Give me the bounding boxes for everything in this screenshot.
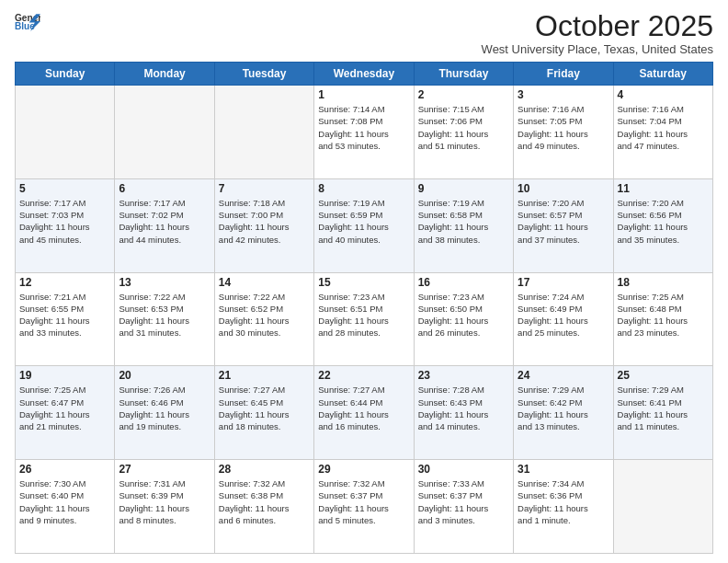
daylight-hours: Daylight: 11 hours bbox=[418, 222, 489, 232]
day-number: 28 bbox=[219, 463, 310, 476]
calendar-cell: 10Sunrise: 7:20 AMSunset: 6:57 PMDayligh… bbox=[514, 178, 613, 272]
calendar-cell: 2Sunrise: 7:15 AMSunset: 7:06 PMDaylight… bbox=[414, 86, 513, 179]
calendar-cell: 8Sunrise: 7:19 AMSunset: 6:59 PMDaylight… bbox=[314, 178, 414, 272]
calendar-cell: 18Sunrise: 7:25 AMSunset: 6:48 PMDayligh… bbox=[613, 272, 712, 366]
logo: General Blue bbox=[15, 11, 40, 31]
day-number: 21 bbox=[219, 369, 310, 382]
day-info: Sunrise: 7:19 AMSunset: 6:58 PMDaylight:… bbox=[418, 197, 509, 246]
daylight-hours: Daylight: 11 hours bbox=[618, 316, 688, 326]
day-number: 14 bbox=[219, 276, 310, 289]
daylight-hours: Daylight: 11 hours bbox=[219, 316, 290, 326]
calendar-cell: 27Sunrise: 7:31 AMSunset: 6:39 PMDayligh… bbox=[115, 460, 214, 554]
title-block: October 2025 West University Place, Texa… bbox=[482, 11, 713, 56]
calendar-cell: 3Sunrise: 7:16 AMSunset: 7:05 PMDaylight… bbox=[514, 86, 613, 179]
calendar-cell: 20Sunrise: 7:26 AMSunset: 6:46 PMDayligh… bbox=[115, 366, 214, 460]
calendar-cell: 25Sunrise: 7:29 AMSunset: 6:41 PMDayligh… bbox=[613, 366, 712, 460]
day-info: Sunrise: 7:24 AMSunset: 6:49 PMDaylight:… bbox=[518, 291, 609, 339]
day-number: 6 bbox=[119, 182, 210, 195]
calendar-cell bbox=[16, 86, 115, 179]
day-number: 9 bbox=[418, 182, 509, 195]
day-number: 24 bbox=[518, 369, 609, 382]
day-number: 27 bbox=[119, 463, 210, 476]
calendar-week-row: 26Sunrise: 7:30 AMSunset: 6:40 PMDayligh… bbox=[16, 460, 713, 554]
day-info: Sunrise: 7:17 AMSunset: 7:02 PMDaylight:… bbox=[119, 197, 210, 246]
day-number: 1 bbox=[318, 88, 409, 101]
calendar-week-row: 12Sunrise: 7:21 AMSunset: 6:55 PMDayligh… bbox=[16, 272, 713, 366]
daylight-hours: Daylight: 11 hours bbox=[418, 129, 489, 139]
calendar-cell: 1Sunrise: 7:14 AMSunset: 7:08 PMDaylight… bbox=[314, 86, 414, 179]
day-info: Sunrise: 7:22 AMSunset: 6:52 PMDaylight:… bbox=[219, 291, 310, 339]
daylight-hours: Daylight: 11 hours bbox=[19, 503, 90, 513]
daylight-hours: Daylight: 11 hours bbox=[119, 409, 189, 419]
day-number: 29 bbox=[318, 463, 409, 476]
day-info: Sunrise: 7:19 AMSunset: 6:59 PMDaylight:… bbox=[318, 197, 409, 246]
month-title: October 2025 bbox=[482, 11, 713, 40]
day-number: 4 bbox=[618, 88, 709, 101]
day-number: 11 bbox=[618, 182, 709, 195]
day-number: 10 bbox=[518, 182, 609, 195]
day-info: Sunrise: 7:16 AMSunset: 7:04 PMDaylight:… bbox=[618, 103, 709, 152]
calendar-cell: 12Sunrise: 7:21 AMSunset: 6:55 PMDayligh… bbox=[16, 272, 115, 366]
calendar-header-row: SundayMondayTuesdayWednesdayThursdayFrid… bbox=[16, 63, 713, 86]
day-number: 5 bbox=[19, 182, 110, 195]
calendar-cell bbox=[115, 86, 214, 179]
day-info: Sunrise: 7:14 AMSunset: 7:08 PMDaylight:… bbox=[318, 103, 409, 152]
calendar-cell: 15Sunrise: 7:23 AMSunset: 6:51 PMDayligh… bbox=[314, 272, 414, 366]
daylight-hours: Daylight: 11 hours bbox=[318, 409, 389, 419]
calendar-cell: 13Sunrise: 7:22 AMSunset: 6:53 PMDayligh… bbox=[115, 272, 214, 366]
daylight-hours: Daylight: 11 hours bbox=[518, 316, 588, 326]
day-info: Sunrise: 7:25 AMSunset: 6:47 PMDaylight:… bbox=[19, 384, 110, 432]
day-number: 20 bbox=[119, 369, 210, 382]
day-info: Sunrise: 7:34 AMSunset: 6:36 PMDaylight:… bbox=[518, 477, 609, 526]
daylight-hours: Daylight: 11 hours bbox=[518, 503, 588, 513]
daylight-hours: Daylight: 11 hours bbox=[518, 222, 588, 232]
calendar-cell: 6Sunrise: 7:17 AMSunset: 7:02 PMDaylight… bbox=[115, 178, 214, 272]
day-number: 30 bbox=[418, 463, 509, 476]
day-number: 26 bbox=[19, 463, 110, 476]
day-info: Sunrise: 7:18 AMSunset: 7:00 PMDaylight:… bbox=[219, 197, 310, 246]
day-number: 13 bbox=[119, 276, 210, 289]
calendar-cell: 9Sunrise: 7:19 AMSunset: 6:58 PMDaylight… bbox=[414, 178, 513, 272]
daylight-hours: Daylight: 11 hours bbox=[119, 222, 189, 232]
day-number: 22 bbox=[318, 369, 409, 382]
day-info: Sunrise: 7:20 AMSunset: 6:57 PMDaylight:… bbox=[518, 197, 609, 246]
calendar-cell: 7Sunrise: 7:18 AMSunset: 7:00 PMDaylight… bbox=[214, 178, 313, 272]
daylight-hours: Daylight: 11 hours bbox=[219, 503, 290, 513]
calendar-cell: 31Sunrise: 7:34 AMSunset: 6:36 PMDayligh… bbox=[514, 460, 613, 554]
day-header-thursday: Thursday bbox=[414, 63, 513, 86]
day-info: Sunrise: 7:26 AMSunset: 6:46 PMDaylight:… bbox=[119, 384, 210, 432]
day-info: Sunrise: 7:27 AMSunset: 6:45 PMDaylight:… bbox=[219, 384, 310, 432]
calendar-cell: 21Sunrise: 7:27 AMSunset: 6:45 PMDayligh… bbox=[214, 366, 313, 460]
calendar-table: SundayMondayTuesdayWednesdayThursdayFrid… bbox=[15, 62, 713, 554]
day-info: Sunrise: 7:32 AMSunset: 6:38 PMDaylight:… bbox=[219, 477, 310, 526]
logo-icon: General Blue bbox=[15, 11, 40, 31]
day-info: Sunrise: 7:28 AMSunset: 6:43 PMDaylight:… bbox=[418, 384, 509, 432]
day-info: Sunrise: 7:23 AMSunset: 6:50 PMDaylight:… bbox=[418, 291, 509, 339]
daylight-hours: Daylight: 11 hours bbox=[418, 503, 489, 513]
calendar-cell: 14Sunrise: 7:22 AMSunset: 6:52 PMDayligh… bbox=[214, 272, 313, 366]
daylight-hours: Daylight: 11 hours bbox=[318, 222, 389, 232]
calendar-cell: 22Sunrise: 7:27 AMSunset: 6:44 PMDayligh… bbox=[314, 366, 414, 460]
calendar-cell: 23Sunrise: 7:28 AMSunset: 6:43 PMDayligh… bbox=[414, 366, 513, 460]
calendar-cell: 28Sunrise: 7:32 AMSunset: 6:38 PMDayligh… bbox=[214, 460, 313, 554]
day-info: Sunrise: 7:30 AMSunset: 6:40 PMDaylight:… bbox=[19, 477, 110, 526]
day-number: 31 bbox=[518, 463, 609, 476]
daylight-hours: Daylight: 11 hours bbox=[19, 222, 90, 232]
calendar-cell: 29Sunrise: 7:32 AMSunset: 6:37 PMDayligh… bbox=[314, 460, 414, 554]
day-info: Sunrise: 7:33 AMSunset: 6:37 PMDaylight:… bbox=[418, 477, 509, 526]
day-info: Sunrise: 7:17 AMSunset: 7:03 PMDaylight:… bbox=[19, 197, 110, 246]
day-number: 15 bbox=[318, 276, 409, 289]
day-number: 17 bbox=[518, 276, 609, 289]
daylight-hours: Daylight: 11 hours bbox=[318, 316, 389, 326]
day-info: Sunrise: 7:29 AMSunset: 6:42 PMDaylight:… bbox=[518, 384, 609, 432]
day-header-wednesday: Wednesday bbox=[314, 63, 414, 86]
day-info: Sunrise: 7:15 AMSunset: 7:06 PMDaylight:… bbox=[418, 103, 509, 152]
calendar-cell: 24Sunrise: 7:29 AMSunset: 6:42 PMDayligh… bbox=[514, 366, 613, 460]
header: General Blue October 2025 West Universit… bbox=[15, 11, 713, 56]
page: General Blue October 2025 West Universit… bbox=[0, 0, 728, 563]
daylight-hours: Daylight: 11 hours bbox=[19, 409, 90, 419]
daylight-hours: Daylight: 11 hours bbox=[119, 503, 189, 513]
calendar-cell: 4Sunrise: 7:16 AMSunset: 7:04 PMDaylight… bbox=[613, 86, 712, 179]
calendar-cell: 26Sunrise: 7:30 AMSunset: 6:40 PMDayligh… bbox=[16, 460, 115, 554]
day-number: 12 bbox=[19, 276, 110, 289]
